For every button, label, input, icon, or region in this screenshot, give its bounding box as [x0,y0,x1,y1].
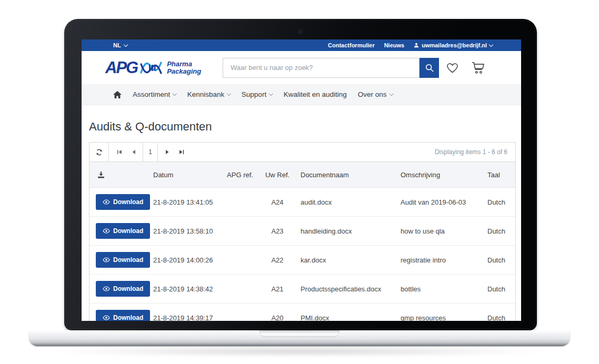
table-row: Download 21-8-2019 14:39:17 A20 PMI.docx… [89,304,515,321]
download-button[interactable]: Download [96,252,150,268]
search-bar [223,58,439,78]
eye-icon [103,286,110,291]
nav-item-assortiment[interactable]: Assortiment [133,90,176,98]
cell-omschrijving: Audit van 2019-06-03 [396,198,482,206]
column-header-omschrijving[interactable]: Omschrijving [396,171,482,179]
nav-item-over-ons[interactable]: Over ons [358,90,393,98]
cell-omschrijving: registratie intro [396,256,482,264]
download-cell: Download [89,194,153,210]
download-label: Download [113,227,143,235]
user-email: uwmailadres@bedrijf.nl [422,42,487,48]
column-header-taal[interactable]: Taal [482,171,515,179]
first-page-icon [117,149,122,155]
previous-page-icon [132,149,136,155]
cell-taal: Dutch [482,198,515,206]
cell-taal: Dutch [482,285,515,293]
cell-uw-ref: A21 [258,285,296,293]
nav-label: Kennisbank [187,90,225,98]
download-cell: Download [89,281,153,297]
table-row: Download 21-8-2019 13:41:05 A24 audit.do… [89,188,515,217]
search-button[interactable] [420,58,439,78]
user-icon [414,43,419,48]
pagination-status: Displaying items 1 - 6 of 6 [435,148,515,156]
column-header-uw-ref[interactable]: Uw Ref. [258,171,296,179]
download-button[interactable]: Download [96,223,150,239]
webcam-icon [298,30,302,34]
chevron-down-icon [227,92,231,96]
nav-item-kwaliteit-en-auditing[interactable]: Kwaliteit en auditing [284,90,347,98]
table-row: Download 21-8-2019 14:00:26 A22 kar.docx… [89,246,515,275]
download-tray-icon [97,171,105,178]
eye-icon [103,199,110,205]
nav-label: Assortiment [133,90,170,98]
dna-helix-icon [140,59,164,76]
home-icon[interactable] [113,91,122,98]
contactformulier-link[interactable]: Contactformulier [328,42,375,48]
cell-documentnaam: kar.docx [296,256,396,264]
first-page-button[interactable] [112,143,126,161]
nav-item-support[interactable]: Support [242,90,273,98]
eye-icon [103,228,110,234]
logo-subtitle: Pharma Packaging [167,60,201,75]
cell-datum: 21-8-2019 13:41:05 [153,198,222,206]
laptop-shadow [45,346,554,357]
previous-page-button[interactable] [126,143,141,161]
cell-datum: 21-8-2019 14:38:42 [153,285,222,293]
download-button[interactable]: Download [96,310,150,321]
table-body: Download 21-8-2019 13:41:05 A24 audit.do… [89,188,515,321]
cell-omschrijving: bottles [396,285,482,293]
pagination-bar: 1 [89,143,515,162]
download-label: Download [113,314,143,321]
column-header-apg-ref[interactable]: APG ref. [222,171,258,179]
last-page-button[interactable] [174,143,188,161]
download-cell: Download [89,310,153,321]
nav-label: Support [242,90,266,98]
download-button[interactable]: Download [96,194,150,210]
cell-datum: 21-8-2019 13:58:10 [153,227,222,235]
cell-uw-ref: A20 [258,314,296,321]
cell-uw-ref: A24 [258,198,296,206]
language-selector[interactable]: NL [113,42,127,48]
nav-item-kennisbank[interactable]: Kennisbank [187,90,231,98]
cell-taal: Dutch [482,314,515,321]
nieuws-link[interactable]: Nieuws [384,42,405,48]
column-header-documentnaam[interactable]: Documentnaam [296,171,396,179]
next-page-button[interactable] [160,143,174,161]
column-header-datum[interactable]: Datum [153,171,222,179]
download-label: Download [113,256,143,264]
chevron-down-icon [269,92,273,96]
nav-label: Over ons [358,90,387,98]
table-row: Download 21-8-2019 13:58:10 A23 handleid… [89,217,515,246]
laptop-screen-bezel: NL Contactformulier Nieuws uwmailadres@b… [64,19,537,330]
cell-uw-ref: A23 [258,227,296,235]
refresh-button[interactable] [89,143,109,161]
chevron-down-icon [123,42,127,46]
refresh-icon [95,148,103,156]
download-button[interactable]: Download [96,281,150,297]
download-label: Download [113,285,143,292]
cell-documentnaam: handleiding.docx [296,227,396,235]
language-label: NL [113,42,121,48]
cart-icon[interactable] [471,61,485,74]
search-icon [425,63,434,73]
page-title: Audits & Q-documenten [89,120,515,134]
top-utility-bar: NL Contactformulier Nieuws uwmailadres@b… [82,39,521,51]
cell-datum: 21-8-2019 14:00:26 [153,256,222,264]
download-cell: Download [89,252,153,268]
eye-icon [103,257,110,262]
eye-icon [103,315,110,320]
wishlist-heart-icon[interactable] [445,62,460,74]
account-menu[interactable]: uwmailadres@bedrijf.nl [414,42,493,48]
logo-subtitle-line2: Packaging [167,68,201,75]
chevron-down-icon [389,92,393,96]
cell-omschrijving: gmp resources [396,314,482,321]
search-input[interactable] [223,58,420,78]
cell-documentnaam: PMI.docx [296,314,396,321]
download-column-header [89,171,153,178]
apg-logo[interactable]: APG Pharma Packaging [105,58,223,77]
cell-taal: Dutch [482,227,515,235]
laptop-lid-notch [259,330,340,337]
cell-datum: 21-8-2019 14:39:17 [153,314,222,321]
page-number-input[interactable]: 1 [143,143,158,161]
cell-taal: Dutch [482,256,515,264]
